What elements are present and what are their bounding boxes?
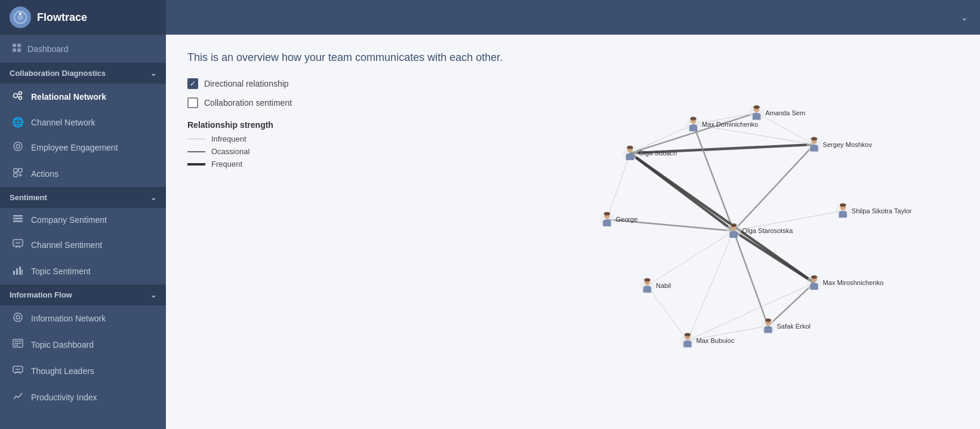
legend-line-thin	[187, 139, 205, 139]
network-edge	[768, 283, 814, 326]
topic-dashboard-label: Topic Dashboard	[31, 340, 94, 350]
productivity-index-icon	[12, 391, 24, 404]
svg-rect-31	[14, 341, 21, 342]
svg-point-68	[685, 333, 691, 336]
topic-dashboard-icon	[12, 338, 24, 351]
svg-rect-6	[17, 48, 21, 52]
svg-rect-3	[13, 44, 16, 47]
svg-point-53	[604, 212, 611, 216]
section-information-flow-label: Information Flow	[10, 290, 72, 299]
svg-point-28	[14, 313, 22, 321]
svg-rect-5	[13, 48, 16, 52]
section-information-flow[interactable]: Information Flow ⌄	[0, 284, 166, 305]
svg-line-10	[17, 94, 19, 95]
network-edge	[647, 231, 734, 286]
company-sentiment-item[interactable]: Company Sentiment	[0, 208, 166, 232]
svg-rect-15	[19, 168, 22, 172]
network-edge	[630, 124, 694, 153]
svg-rect-16	[14, 173, 17, 177]
node-label: Max Miroshnichenko	[823, 279, 884, 286]
network-edge	[630, 153, 815, 283]
information-network-icon	[12, 312, 24, 325]
section-collaboration-chevron: ⌄	[150, 69, 156, 78]
collaboration-sentiment-row[interactable]: Collaboration sentiment	[187, 97, 307, 108]
app-title: Flowtrace	[37, 11, 87, 24]
svg-point-44	[811, 137, 818, 140]
relational-network-item[interactable]: Relational Network	[0, 84, 166, 110]
legend-occasional-label: Ocassional	[211, 147, 249, 156]
thought-leaders-item[interactable]: Thought Leaders	[0, 358, 166, 384]
topic-sentiment-item[interactable]: Topic Sentiment	[0, 258, 166, 284]
svg-point-2	[19, 13, 21, 15]
productivity-index-item[interactable]: Productivity Index	[0, 384, 166, 410]
channel-network-item[interactable]: 🌐 Channel Network	[0, 110, 166, 134]
svg-line-11	[17, 97, 19, 98]
legend-frequent-label: Frequent	[211, 160, 242, 168]
directional-relationship-checkbox[interactable]	[187, 78, 198, 89]
section-collaboration-label: Collaboration Diagnostics	[10, 69, 106, 78]
network-edge	[647, 286, 688, 341]
actions-icon	[12, 167, 24, 180]
svg-point-1	[17, 14, 23, 20]
svg-rect-33	[14, 345, 19, 346]
node-label: Olga Starosotska	[742, 227, 794, 234]
svg-rect-20	[13, 218, 23, 220]
section-collaboration[interactable]: Collaboration Diagnostics ⌄	[0, 63, 166, 84]
collaboration-sentiment-checkbox[interactable]	[187, 97, 198, 108]
productivity-index-label: Productivity Index	[31, 393, 97, 402]
network-node[interactable]: Amanda Sem	[749, 105, 805, 120]
collaboration-sentiment-label: Collaboration sentiment	[204, 98, 292, 108]
information-network-item[interactable]: Information Network	[0, 305, 166, 332]
network-graph-panel: Amanda SemMax DominichenkoSergey Moshkov…	[319, 78, 959, 403]
network-node[interactable]: George	[599, 212, 637, 227]
network-node[interactable]: Olga Subach	[622, 146, 677, 161]
directional-relationship-row[interactable]: Directional relationship	[187, 78, 307, 89]
content-area: This is an overview how your team commun…	[166, 35, 980, 429]
main-panel: ⌄ This is an overview how your team comm…	[166, 0, 980, 429]
svg-point-29	[16, 315, 20, 319]
node-label: Nabil	[656, 282, 671, 289]
svg-rect-26	[19, 266, 21, 275]
topbar-chevron: ⌄	[961, 13, 968, 22]
network-edge	[688, 283, 814, 340]
network-node[interactable]: Olga Starosotska	[726, 223, 794, 238]
svg-point-38	[753, 105, 760, 109]
directional-relationship-label: Directional relationship	[204, 79, 289, 88]
network-node[interactable]: Max Miroshnichenko	[807, 275, 884, 290]
channel-sentiment-item[interactable]: Channel Sentiment	[0, 232, 166, 258]
topic-dashboard-item[interactable]: Topic Dashboard	[0, 332, 166, 358]
section-sentiment[interactable]: Sentiment ⌄	[0, 187, 166, 208]
network-node[interactable]: Safak Erkol	[760, 318, 810, 333]
svg-rect-19	[13, 215, 23, 217]
information-network-label: Information Network	[31, 314, 106, 323]
employee-engagement-item[interactable]: Employee Engagement	[0, 134, 166, 161]
network-edge	[734, 145, 814, 231]
svg-rect-4	[17, 44, 21, 47]
relational-network-icon	[12, 90, 24, 103]
sidebar: Flowtrace Dashboard Collaboration Diagno…	[0, 0, 166, 429]
svg-rect-27	[21, 269, 23, 275]
network-node[interactable]: Max Bubuioc	[680, 333, 735, 348]
node-label: Max Dominichenko	[702, 121, 758, 128]
legend-line-medium	[187, 151, 205, 152]
svg-point-13	[16, 145, 20, 148]
legend-title: Relationship strength	[187, 120, 307, 130]
topic-sentiment-icon	[12, 265, 24, 278]
network-node[interactable]: Sergey Moshkov	[807, 137, 873, 152]
network-node[interactable]: Shilpa Sikotra Taylor	[836, 203, 912, 218]
legend-infrequent: Infrequent	[187, 134, 307, 143]
thought-leaders-label: Thought Leaders	[31, 366, 94, 376]
company-sentiment-icon	[12, 214, 24, 225]
svg-point-62	[811, 275, 818, 279]
sidebar-item-dashboard[interactable]: Dashboard	[0, 35, 166, 63]
svg-rect-32	[14, 343, 21, 344]
svg-point-56	[731, 223, 737, 227]
network-edge	[688, 231, 734, 341]
legend-occasional: Ocassional	[187, 147, 307, 156]
node-label: Olga Subach	[639, 149, 677, 157]
employee-engagement-label: Employee Engagement	[31, 143, 118, 152]
actions-item[interactable]: Actions	[0, 161, 166, 187]
svg-point-12	[14, 142, 22, 151]
relational-network-label: Relational Network	[31, 92, 106, 102]
company-sentiment-label: Company Sentiment	[31, 215, 107, 225]
